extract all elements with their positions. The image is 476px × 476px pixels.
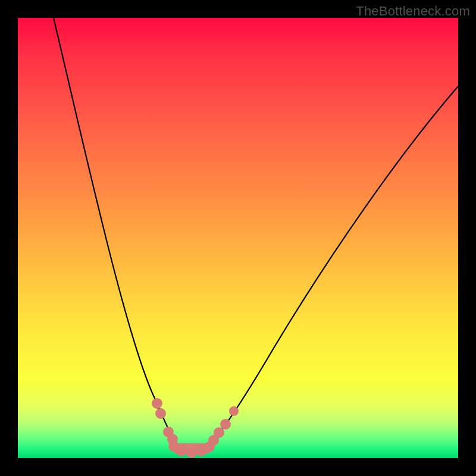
marker-dot — [152, 398, 162, 409]
marker-dot — [204, 441, 215, 452]
marker-dot — [220, 419, 231, 430]
right-curve — [208, 86, 458, 446]
marker-dot — [229, 406, 239, 416]
marker-dot — [176, 446, 187, 456]
marker-dot — [155, 408, 166, 419]
left-curve — [54, 18, 177, 446]
marker-dot — [214, 427, 224, 438]
marker-dot — [186, 447, 197, 458]
watermark-label: TheBottleneck.com — [356, 4, 470, 19]
curve-layer — [18, 18, 458, 458]
chart-plot-area — [18, 18, 458, 458]
